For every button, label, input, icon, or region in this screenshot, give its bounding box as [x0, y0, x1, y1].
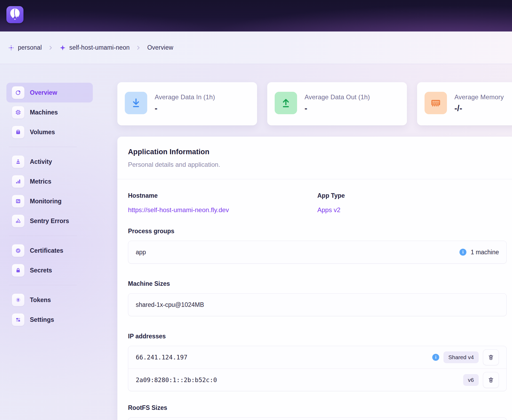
hostname-field: Hostname https://self-host-umami-neon.fl… [128, 192, 317, 214]
ip-addresses-label: IP addresses [128, 333, 507, 340]
metric-value: -/- [454, 104, 504, 113]
sidebar-divider [9, 147, 77, 147]
machine-sizes-box: shared-1x-cpu@1024MB [128, 293, 507, 316]
volumes-box-icon [12, 126, 25, 138]
trash-icon [487, 377, 494, 383]
chevron-right-icon [135, 45, 141, 51]
sidebar-item-label: Machines [30, 109, 58, 116]
sidebar-item-secrets[interactable]: Secrets [6, 260, 93, 280]
sidebar-item-label: Monitoring [30, 198, 62, 205]
machines-chip-icon [12, 106, 25, 119]
trash-icon [487, 354, 494, 361]
app-type-link[interactable]: Apps v2 [317, 206, 341, 213]
ip-row: 66.241.124.197 i Shared v4 [128, 346, 506, 369]
metric-value: - [305, 104, 370, 113]
org-dots-icon [8, 45, 14, 51]
fly-balloon-logo[interactable] [6, 6, 23, 23]
breadcrumb: personal self-host-umami-neon Overview [0, 31, 512, 64]
metric-title: Average Data Out (1h) [305, 93, 370, 101]
metric-card-data-in: Average Data In (1h) - [117, 82, 257, 125]
sidebar-item-machines[interactable]: Machines [6, 102, 93, 122]
hostname-label: Hostname [128, 192, 317, 199]
breadcrumb-app[interactable]: self-host-umami-neon [59, 44, 130, 51]
app-sparkle-icon [59, 45, 66, 51]
certificate-badge-check-icon [12, 244, 25, 257]
sidebar-item-label: Settings [30, 316, 54, 323]
machine-sizes-label: Machine Sizes [128, 280, 507, 287]
process-group-row: app i 1 machine [128, 241, 506, 263]
sidebar-item-label: Overview [30, 89, 57, 96]
breadcrumb-page[interactable]: Overview [147, 44, 173, 51]
sidebar-divider [9, 236, 77, 236]
ip-addresses-box: 66.241.124.197 i Shared v4 2a09:8280:1::… [128, 346, 507, 391]
sentry-logo-icon [12, 215, 25, 227]
machine-size-value: shared-1x-cpu@1024MB [136, 301, 204, 308]
sidebar-item-activity[interactable]: Activity [6, 152, 93, 172]
process-groups-box: app i 1 machine [128, 241, 507, 264]
ip-address-v4: 66.241.124.197 [136, 354, 187, 361]
top-header-bar [0, 0, 512, 31]
sidebar-nav: Overview Machines Volumes [6, 83, 93, 330]
ip-address-v6: 2a09:8280:1::2b:b52c:0 [136, 377, 217, 383]
memory-icon [425, 92, 447, 114]
breadcrumb-org-label: personal [18, 44, 42, 51]
metrics-bars-icon [12, 175, 25, 188]
sidebar-item-metrics[interactable]: Metrics [6, 172, 93, 191]
sidebar-item-label: Secrets [30, 267, 52, 274]
sidebar-item-tokens[interactable]: Tokens [6, 290, 93, 310]
breadcrumb-page-label: Overview [147, 44, 173, 51]
sidebar-item-label: Metrics [30, 178, 51, 185]
breadcrumb-org[interactable]: personal [8, 44, 42, 51]
sidebar-item-sentry-errors[interactable]: Sentry Errors [6, 211, 93, 231]
overview-pie-icon [12, 86, 25, 99]
metric-card-data-out: Average Data Out (1h) - [267, 82, 407, 125]
download-icon [125, 92, 147, 114]
card-title: Application Information [128, 148, 507, 156]
ip-badge: Shared v4 [443, 351, 479, 363]
sidebar-item-label: Sentry Errors [30, 217, 69, 225]
breadcrumb-app-label: self-host-umami-neon [69, 44, 130, 51]
hostname-link[interactable]: https://self-host-umami-neon.fly.dev [128, 206, 229, 213]
token-keyhole-icon [12, 294, 25, 306]
sidebar-item-monitoring[interactable]: Monitoring [6, 191, 93, 211]
balloon-icon [6, 6, 23, 23]
activity-stack-icon [12, 155, 25, 168]
sidebar-item-label: Activity [30, 158, 52, 165]
sidebar-item-label: Certificates [30, 247, 63, 254]
process-groups-label: Process groups [128, 228, 507, 235]
ip-badge: v6 [463, 374, 479, 386]
machine-size-row: shared-1x-cpu@1024MB [128, 294, 506, 316]
metric-value: - [155, 104, 215, 113]
metric-cards-row: Average Data In (1h) - Average Data Out … [117, 82, 512, 125]
upload-icon [275, 92, 297, 114]
sidebar-divider [9, 285, 77, 285]
app-type-field: App Type Apps v2 [317, 192, 507, 214]
chevron-right-icon [48, 45, 54, 51]
sidebar-item-overview[interactable]: Overview [6, 83, 93, 102]
app-type-label: App Type [317, 192, 507, 199]
rootfs-sizes-box: 171 MB i 1 machine [128, 417, 507, 420]
metric-card-memory: Average Memory -/- [417, 82, 512, 125]
delete-ip-button[interactable] [483, 349, 499, 365]
delete-ip-button[interactable] [483, 372, 499, 388]
lock-icon [12, 264, 25, 277]
monitoring-pulse-icon [12, 195, 25, 208]
rootfs-row: 171 MB i 1 machine [128, 418, 506, 420]
info-icon[interactable]: i [432, 354, 439, 361]
process-group-machines: 1 machine [471, 249, 499, 256]
sidebar-item-settings[interactable]: Settings [6, 310, 93, 330]
info-icon[interactable]: i [459, 249, 466, 256]
sidebar-item-certificates[interactable]: Certificates [6, 241, 93, 260]
sidebar-item-label: Volumes [30, 129, 55, 136]
settings-toggles-icon [12, 313, 25, 326]
rootfs-sizes-label: RootFS Sizes [128, 404, 507, 411]
metric-title: Average Data In (1h) [155, 93, 215, 101]
metric-title: Average Memory [454, 93, 504, 101]
sidebar-item-label: Tokens [30, 296, 51, 304]
sidebar-item-volumes[interactable]: Volumes [6, 122, 93, 142]
card-subtitle: Personal details and application. [128, 161, 507, 168]
application-information-card: Application Information Personal details… [117, 137, 512, 420]
ip-row: 2a09:8280:1::2b:b52c:0 v6 [128, 369, 506, 391]
process-group-name: app [136, 249, 146, 256]
